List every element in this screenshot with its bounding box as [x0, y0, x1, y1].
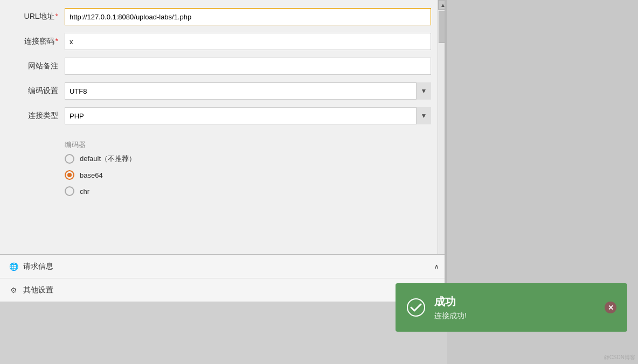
password-input[interactable]	[65, 33, 431, 50]
success-check-icon	[406, 298, 426, 317]
encoder-section: 编码器 default（不推荐） base64 chr	[0, 140, 447, 196]
radio-circle-base64[interactable]	[65, 170, 74, 180]
other-settings-title: 其他设置	[23, 285, 434, 295]
request-info-chevron: ∧	[434, 262, 439, 271]
password-label: 连接密码*	[11, 37, 65, 46]
url-label: URL地址*	[11, 12, 65, 22]
separator-line	[445, 0, 447, 302]
success-close-button[interactable]: ✕	[605, 302, 616, 313]
radio-label-base64: base64	[80, 171, 103, 179]
radio-circle-chr[interactable]	[65, 186, 74, 196]
other-settings-icon: ⚙	[8, 285, 19, 296]
success-title: 成功	[434, 295, 605, 309]
radio-default[interactable]: default（不推荐）	[65, 154, 447, 164]
connection-type-select[interactable]: PHP ASP ASPX JSP	[65, 107, 431, 124]
radio-base64[interactable]: base64	[65, 170, 447, 180]
success-notification: 成功 连接成功! ✕	[396, 283, 627, 332]
svg-point-0	[407, 299, 425, 316]
note-input[interactable]	[65, 58, 431, 75]
connection-type-row: 连接类型 PHP ASP ASPX JSP ▼	[11, 107, 431, 124]
connection-type-label: 连接类型	[11, 111, 65, 121]
radio-chr[interactable]: chr	[65, 186, 447, 196]
connection-type-select-wrapper: PHP ASP ASPX JSP ▼	[65, 107, 431, 124]
encoding-label: 编码设置	[11, 86, 65, 96]
watermark: @CSDN博客	[604, 354, 636, 361]
request-info-section[interactable]: 🌐 请求信息 ∧	[0, 254, 447, 278]
encoding-select[interactable]: UTF8 GBK GB2312	[65, 82, 431, 100]
radio-label-default: default（不推荐）	[80, 154, 136, 164]
note-label: 网站备注	[11, 61, 65, 71]
radio-label-chr: chr	[80, 187, 89, 195]
sections-container: 🌐 请求信息 ∧ ⚙ 其他设置 ∧	[0, 254, 447, 302]
request-info-title: 请求信息	[23, 262, 434, 271]
success-text-block: 成功 连接成功!	[434, 295, 605, 321]
request-info-icon: 🌐	[8, 261, 19, 272]
success-subtitle: 连接成功!	[434, 311, 605, 321]
note-row: 网站备注	[11, 58, 431, 75]
other-settings-section[interactable]: ⚙ 其他设置 ∧	[0, 278, 447, 302]
password-row: 连接密码*	[11, 33, 431, 50]
url-row: URL地址*	[11, 8, 431, 25]
url-input[interactable]	[65, 8, 431, 25]
radio-circle-default[interactable]	[65, 154, 74, 164]
encoding-row: 编码设置 UTF8 GBK GB2312 ▼	[11, 82, 431, 100]
encoding-select-wrapper: UTF8 GBK GB2312 ▼	[65, 82, 431, 100]
encoder-label: 编码器	[65, 140, 447, 150]
